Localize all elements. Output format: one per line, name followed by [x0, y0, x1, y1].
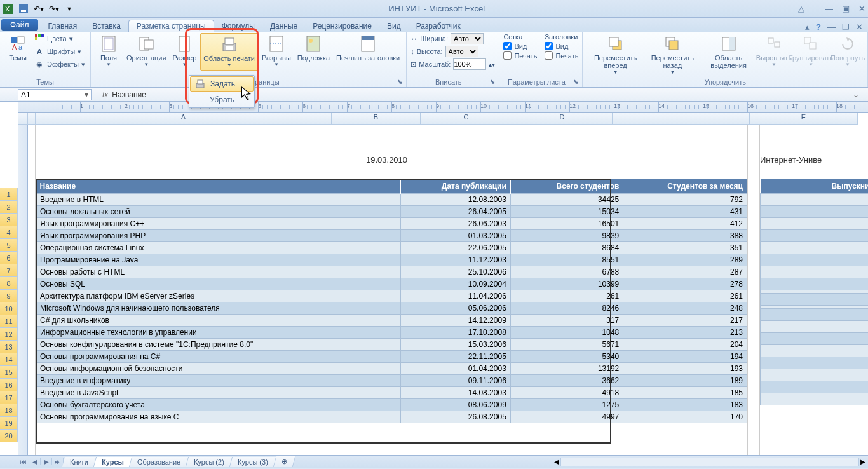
- tab-formulas[interactable]: Формулы: [214, 20, 262, 32]
- tab-file[interactable]: Файл: [1, 19, 38, 31]
- themes-button[interactable]: Aa Темы: [4, 33, 32, 64]
- scale-launcher-icon[interactable]: ⬊: [490, 78, 495, 85]
- sheet-tab-courses-3[interactable]: Курсы (3): [230, 457, 276, 467]
- sheet-nav-next-icon[interactable]: ▶: [41, 458, 52, 465]
- name-box[interactable]: A1▾: [18, 89, 92, 100]
- headers-print-checkbox[interactable]: [545, 51, 553, 60]
- table-row[interactable]: Введение в HTML12.08.200334425792: [36, 194, 747, 206]
- table-row[interactable]: Основы информационной безопасности01.04.…: [36, 363, 747, 375]
- hscroll-left-icon[interactable]: ◀: [554, 458, 559, 465]
- dropdown-clear-print-area[interactable]: Убрать: [189, 92, 254, 107]
- table-row[interactable]: 26: [761, 266, 869, 278]
- print-titles-button[interactable]: Печатать заголовки: [334, 33, 402, 64]
- send-backward-button[interactable]: Переместить назад▼: [646, 33, 700, 77]
- table-row[interactable]: Основы локальных сетей26.04.200515034431: [36, 206, 747, 218]
- row-header-1[interactable]: 1: [0, 188, 18, 201]
- table-row[interactable]: Введение в JavaScript14.08.20034918185: [36, 387, 747, 399]
- th-month[interactable]: Студентов за месяц: [623, 179, 747, 194]
- close-icon[interactable]: ✕: [858, 4, 865, 13]
- table-row[interactable]: Информационные технологии в управлении17…: [36, 327, 747, 339]
- row-header-16[interactable]: 16: [0, 379, 18, 391]
- minimize-ribbon-arrow-icon[interactable]: ▴: [805, 22, 810, 32]
- row-header-8[interactable]: 8: [0, 277, 18, 290]
- help-icon[interactable]: ?: [816, 22, 821, 32]
- table-row[interactable]: Основы программирования на языке C26.08.…: [36, 411, 747, 423]
- width-select[interactable]: Авто: [451, 33, 484, 44]
- table-row[interactable]: Язык программирования PHP01.03.200598393…: [36, 230, 747, 242]
- table-row[interactable]: Операционная система Linux22.06.20058684…: [36, 242, 747, 254]
- row-header-12[interactable]: 12: [0, 328, 18, 341]
- background-button[interactable]: Подложка: [295, 33, 332, 64]
- table-row[interactable]: 16: [761, 369, 869, 381]
- th-grad[interactable]: Выпускников: [761, 179, 869, 194]
- sheet-nav-prev-icon[interactable]: ◀: [29, 458, 41, 465]
- sheet-tab-books[interactable]: Книги: [62, 457, 97, 467]
- table-row[interactable]: Основы программирования на C#22.11.20055…: [36, 351, 747, 363]
- col-header-e[interactable]: E: [750, 113, 858, 125]
- table-row[interactable]: Основы бухгалтерского учета08.06.2009127…: [36, 399, 747, 411]
- table-row[interactable]: C# для школьников14.12.2009317217: [36, 315, 747, 327]
- th-name[interactable]: Название: [36, 179, 401, 194]
- table-row[interactable]: Язык программирования C++26.06.200316501…: [36, 218, 747, 230]
- mdi-close-icon[interactable]: ✕: [856, 22, 863, 32]
- minimize-icon[interactable]: —: [825, 4, 833, 13]
- mdi-minimize-icon[interactable]: —: [827, 22, 836, 32]
- margins-button[interactable]: Поля▼: [95, 33, 123, 69]
- row-header-7[interactable]: 7: [0, 264, 18, 277]
- tab-insert[interactable]: Вставка: [85, 20, 128, 32]
- row-header-18[interactable]: 18: [0, 404, 18, 417]
- breaks-button[interactable]: Разрывы▼: [259, 33, 294, 69]
- row-header-5[interactable]: 5: [0, 239, 18, 252]
- scale-input[interactable]: [453, 58, 486, 70]
- table-row[interactable]: 38: [761, 345, 869, 357]
- fonts-button[interactable]: AШрифты ▾: [33, 46, 86, 57]
- redo-icon[interactable]: ↷▾: [48, 3, 60, 15]
- tab-view[interactable]: Вид: [379, 20, 409, 32]
- row-header-13[interactable]: 13: [0, 341, 18, 353]
- hscroll-right-icon[interactable]: ▶: [860, 458, 865, 465]
- tab-page-layout[interactable]: Разметка страницы: [128, 20, 214, 32]
- row-header-14[interactable]: 14: [0, 353, 18, 366]
- table-row[interactable]: 127: [761, 194, 869, 206]
- fx-icon[interactable]: fx: [102, 90, 108, 99]
- table-row[interactable]: 6: [761, 393, 869, 405]
- selection-pane-button[interactable]: Область выделения: [701, 33, 756, 71]
- row-header-2[interactable]: 2: [0, 201, 18, 214]
- row-header-17[interactable]: 17: [0, 391, 18, 404]
- table-row[interactable]: 4: [761, 309, 869, 321]
- sheet-nav-last-icon[interactable]: ⏭: [52, 458, 64, 465]
- col-header-a[interactable]: A: [36, 113, 332, 125]
- sheet-tab-education[interactable]: Образование: [130, 457, 189, 467]
- table-row[interactable]: 4: [761, 333, 869, 345]
- row-header-20[interactable]: 20: [0, 430, 18, 442]
- tab-data[interactable]: Данные: [262, 20, 305, 32]
- colors-button[interactable]: Цвета ▾: [33, 33, 86, 44]
- row-header-19[interactable]: 19: [0, 417, 18, 430]
- row-header-11[interactable]: 11: [0, 315, 18, 328]
- table-row[interactable]: 6: [761, 357, 869, 369]
- table-row[interactable]: 10: [761, 242, 869, 254]
- bring-forward-button[interactable]: Переместить вперед▼: [587, 33, 644, 77]
- orientation-button[interactable]: Ориентация▼: [124, 33, 168, 69]
- align-button[interactable]: Выровнять▼: [757, 33, 790, 69]
- th-total[interactable]: Всего студентов: [510, 179, 623, 194]
- tab-review[interactable]: Рецензирование: [305, 20, 379, 32]
- horizontal-ruler[interactable]: 123456789101112131415161718: [18, 102, 868, 113]
- row-header-4[interactable]: 4: [0, 226, 18, 239]
- col-header-d[interactable]: D: [512, 113, 613, 125]
- sheet-tab-new[interactable]: ⊕: [273, 456, 295, 467]
- size-button[interactable]: Размер▼: [170, 33, 199, 69]
- mdi-restore-icon[interactable]: ❐: [842, 22, 850, 32]
- tab-home[interactable]: Главная: [41, 20, 85, 32]
- undo-icon[interactable]: ↶▾: [33, 3, 44, 15]
- print-area-button[interactable]: Область печати▼: [200, 33, 258, 71]
- dropdown-set-print-area[interactable]: Задать: [190, 76, 254, 92]
- formula-bar-expand-icon[interactable]: ⌄: [853, 90, 859, 99]
- hscroll-track[interactable]: [560, 458, 859, 466]
- height-select[interactable]: Авто: [445, 46, 478, 57]
- scale-spinner[interactable]: ▴▾: [489, 61, 495, 68]
- table-row[interactable]: Основы конфигурирования в системе "1С:Пр…: [36, 339, 747, 351]
- row-header-6[interactable]: 6: [0, 252, 18, 264]
- table-row[interactable]: Microsoft Windows для начинающего пользо…: [36, 302, 747, 315]
- data-table-2[interactable]: Выпускников 1272517121082655941443861646: [760, 179, 868, 405]
